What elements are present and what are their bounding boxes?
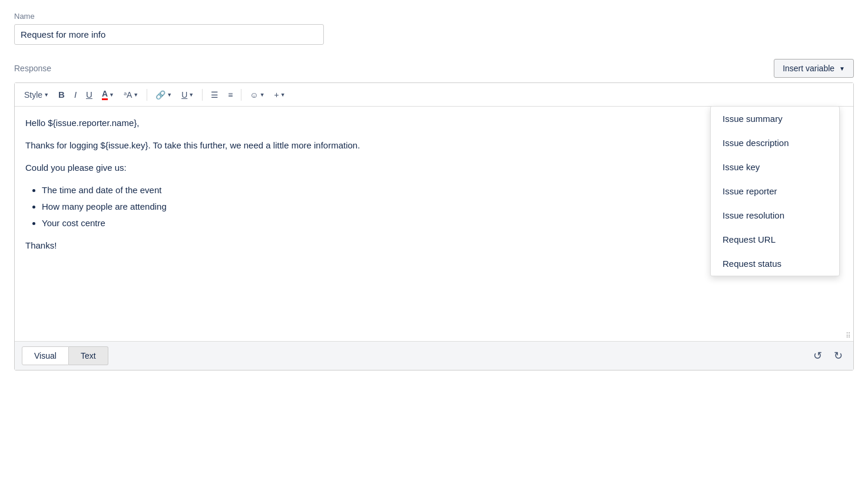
resize-icon: ⠿: [846, 332, 851, 340]
tab-text-label: Text: [81, 351, 96, 360]
italic-label: I: [74, 90, 77, 100]
toolbar: Style ▼ B I U A ▼ ᵃA ▼ 🔗: [15, 83, 853, 107]
insert-variable-dropdown: Issue summary Issue description Issue ke…: [710, 106, 840, 276]
emoji-chevron-icon: ▼: [260, 92, 265, 98]
tab-group: Visual Text: [22, 346, 108, 365]
link-icon: 🔗: [155, 90, 165, 100]
numbered-list-icon: ≡: [228, 90, 233, 100]
undo-redo-group: ↺ ↻: [810, 348, 846, 363]
response-header: Response Insert variable ▼: [14, 59, 854, 78]
special-char-button[interactable]: U ▼: [178, 88, 197, 102]
style-dropdown-button[interactable]: Style ▼: [21, 88, 52, 102]
dropdown-menu: Issue summary Issue description Issue ke…: [710, 106, 840, 276]
bullet-list-button[interactable]: ☰: [207, 88, 222, 102]
dropdown-item-issue-key[interactable]: Issue key: [711, 155, 839, 179]
emoji-icon: ☺: [250, 90, 258, 100]
bullet-list-icon: ☰: [211, 90, 218, 100]
divider-3: [241, 89, 241, 101]
numbered-list-button[interactable]: ≡: [224, 88, 236, 102]
link-chevron-icon: ▼: [167, 92, 172, 98]
color-label: A: [102, 89, 108, 100]
color-chevron-icon: ▼: [109, 92, 114, 98]
insert-variable-label: Insert variable: [783, 64, 834, 73]
dropdown-item-issue-reporter[interactable]: Issue reporter: [711, 179, 839, 203]
response-label: Response: [14, 64, 51, 73]
redo-icon: ↻: [834, 350, 843, 362]
insert-variable-button[interactable]: Insert variable ▼: [774, 59, 854, 78]
tab-text[interactable]: Text: [69, 346, 108, 365]
dropdown-item-issue-description[interactable]: Issue description: [711, 131, 839, 155]
dropdown-item-issue-summary[interactable]: Issue summary: [711, 107, 839, 131]
divider-1: [147, 89, 147, 101]
insert-plus-icon: +: [274, 90, 279, 100]
font-size-label: ᵃA: [124, 90, 132, 100]
undo-button[interactable]: ↺: [810, 348, 826, 363]
font-size-chevron-icon: ▼: [133, 92, 138, 98]
page-wrapper: Name Response Insert variable ▼ Style ▼ …: [14, 12, 854, 370]
style-chevron-icon: ▼: [44, 92, 49, 98]
bold-button[interactable]: B: [55, 87, 68, 102]
editor-footer: Visual Text ↺ ↻: [15, 341, 853, 370]
font-size-button[interactable]: ᵃA ▼: [120, 88, 142, 102]
dropdown-item-request-url[interactable]: Request URL: [711, 227, 839, 252]
chevron-down-icon: ▼: [839, 65, 845, 72]
resize-handle[interactable]: ⠿: [15, 330, 853, 341]
undo-icon: ↺: [813, 350, 822, 362]
tab-visual[interactable]: Visual: [22, 346, 69, 365]
name-label: Name: [14, 12, 854, 21]
style-label: Style: [24, 90, 42, 100]
redo-button[interactable]: ↻: [830, 348, 846, 363]
underline-button[interactable]: U: [82, 87, 96, 102]
bold-label: B: [58, 90, 65, 100]
link-button[interactable]: 🔗 ▼: [152, 88, 175, 102]
insert-button[interactable]: + ▼: [271, 88, 289, 102]
underline-label: U: [86, 90, 92, 100]
emoji-button[interactable]: ☺ ▼: [246, 88, 268, 102]
tab-visual-label: Visual: [34, 351, 57, 360]
name-input[interactable]: [14, 24, 324, 45]
text-color-button[interactable]: A ▼: [98, 87, 118, 102]
dropdown-item-request-status[interactable]: Request status: [711, 252, 839, 276]
insert-chevron-icon: ▼: [280, 92, 286, 98]
special-char-icon: U: [181, 90, 187, 100]
dropdown-item-issue-resolution[interactable]: Issue resolution: [711, 203, 839, 227]
special-chevron-icon: ▼: [188, 92, 194, 98]
italic-button[interactable]: I: [71, 87, 80, 102]
divider-2: [202, 89, 203, 101]
